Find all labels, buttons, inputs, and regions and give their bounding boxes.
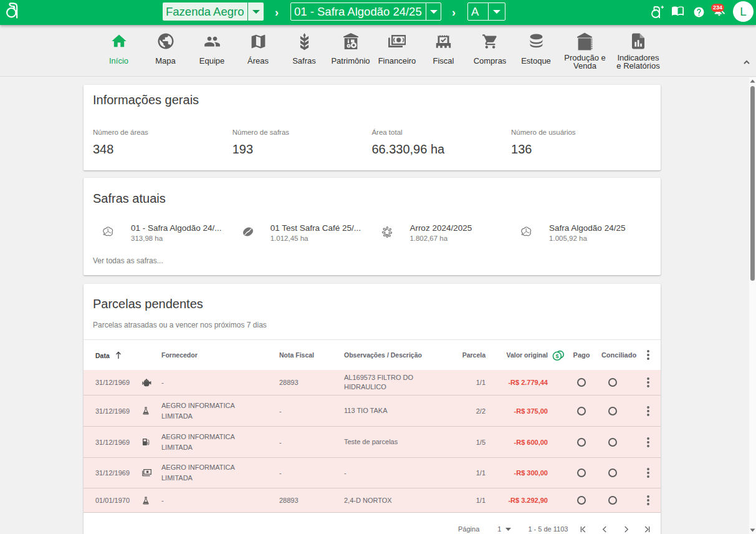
svg-text:$: $ <box>555 353 558 359</box>
